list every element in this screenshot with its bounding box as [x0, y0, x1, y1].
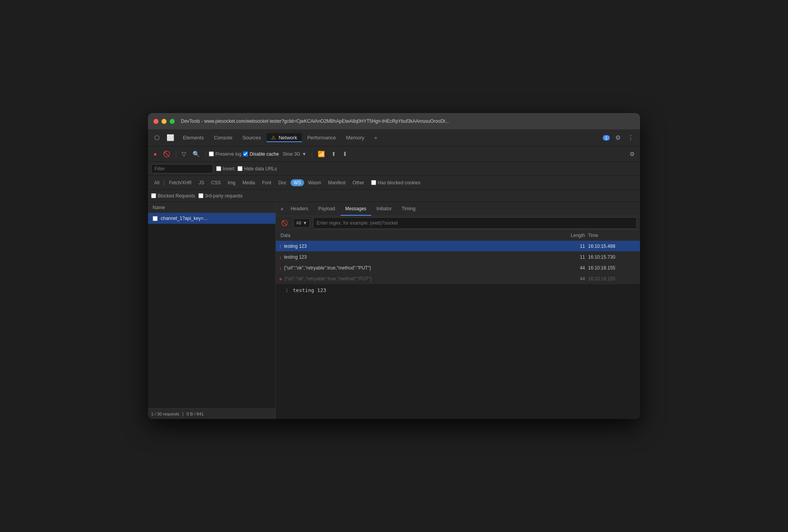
network-conditions-icon[interactable]: 📶	[315, 149, 327, 159]
request-list-footer: 1 / 30 requests | 0 B / 841	[148, 408, 275, 419]
message-length-cell: 44	[556, 265, 587, 271]
direction-down-icon: ↓	[279, 265, 282, 271]
toolbar-separator-3	[312, 150, 312, 158]
message-row[interactable]: ↑ testing 123 11 16:10:15.488	[276, 241, 640, 252]
tab-network[interactable]: ⚠ Network	[267, 133, 302, 142]
download-icon[interactable]: ⬇	[340, 149, 350, 159]
has-blocked-cookies-checkbox[interactable]	[371, 180, 376, 185]
tab-console[interactable]: Console	[209, 133, 237, 142]
disable-cache-label[interactable]: Disable cache	[243, 151, 279, 157]
hide-data-urls-label[interactable]: Hide data URLs	[237, 166, 277, 172]
message-length-cell: 11	[556, 254, 587, 260]
detail-tab-bar: × Headers Payload Messages Initiator Tim…	[276, 202, 640, 216]
request-list-header: Name	[148, 202, 275, 213]
col-length-header: Length	[556, 233, 587, 238]
message-data-cell: ↑ testing 123	[279, 243, 556, 249]
inspect-icon[interactable]: ⬜	[163, 132, 177, 143]
tab-initiator[interactable]: Initiator	[372, 202, 396, 216]
hide-data-urls-checkbox[interactable]	[237, 166, 243, 171]
devtools-settings-icon[interactable]: ⚙	[612, 132, 624, 143]
has-blocked-cookies-label[interactable]: Has blocked cookies	[371, 180, 420, 185]
request-item-checkbox[interactable]	[153, 216, 158, 221]
third-party-requests-checkbox[interactable]	[198, 193, 203, 198]
filter-toggle-button[interactable]: ▽	[179, 149, 189, 159]
upload-icon[interactable]: ⬆	[329, 149, 339, 159]
tab-elements[interactable]: Elements	[178, 133, 208, 142]
request-list-item[interactable]: channel_1?api_key=...	[148, 213, 275, 224]
tab-sources[interactable]: Sources	[238, 133, 266, 142]
resource-type-row: All Fetch/XHR JS CSS Img Media Font Doc …	[148, 176, 640, 190]
type-doc[interactable]: Doc	[275, 179, 289, 186]
preserve-log-label[interactable]: Preserve log	[209, 151, 241, 157]
message-content-line: 1 testing 123	[280, 287, 635, 293]
message-row[interactable]: ● {"url":"ok","retryable":true,"method":…	[276, 273, 640, 284]
message-data-cell: ↓ testing 123	[279, 254, 556, 260]
invert-label[interactable]: Invert	[216, 166, 234, 172]
devtools-more-icon[interactable]: ⋮	[625, 132, 637, 143]
third-party-requests-label[interactable]: 3rd-party requests	[198, 193, 243, 199]
type-all[interactable]: All	[151, 179, 162, 186]
network-toolbar: ● 🚫 ▽ 🔍 Preserve log Disable cache Slow …	[148, 146, 640, 162]
throttle-dropdown[interactable]: Slow 3G ▼	[280, 150, 309, 158]
invert-checkbox[interactable]	[216, 166, 221, 171]
blocked-requests-checkbox[interactable]	[151, 193, 156, 198]
type-other[interactable]: Other	[349, 179, 367, 186]
message-text: testing 123	[293, 287, 326, 293]
close-button[interactable]	[153, 119, 158, 124]
type-manifest[interactable]: Manifest	[325, 179, 349, 186]
message-row[interactable]: ↓ {"url":"ok","retryable":true,"method":…	[276, 263, 640, 273]
message-direction-dropdown[interactable]: All ▼	[293, 218, 310, 228]
toolbar-settings-icon[interactable]: ⚙	[627, 149, 637, 159]
type-js[interactable]: JS	[196, 179, 207, 186]
type-font[interactable]: Font	[259, 179, 274, 186]
tab-messages[interactable]: Messages	[341, 202, 371, 216]
tab-timing[interactable]: Timing	[397, 202, 420, 216]
cursor-icon[interactable]: ⬡	[151, 132, 163, 143]
direction-down-icon: ↓	[279, 254, 282, 260]
blocked-requests-label[interactable]: Blocked Requests	[151, 193, 195, 199]
type-css[interactable]: CSS	[208, 179, 224, 186]
tab-payload[interactable]: Payload	[314, 202, 340, 216]
line-number: 1	[280, 287, 288, 293]
main-area: Name channel_1?api_key=... 1 / 30 reques…	[148, 202, 640, 419]
tab-performance[interactable]: Performance	[303, 133, 341, 142]
message-data-cell: ● {"url":"ok","retryable":true,"method":…	[279, 276, 556, 282]
record-button[interactable]: ●	[151, 149, 159, 158]
toolbar-separator-2	[205, 150, 206, 158]
tab-memory[interactable]: Memory	[341, 133, 369, 142]
message-data-cell: ↓ {"url":"ok","retryable":true,"method":…	[279, 265, 556, 271]
title-bar: DevTools - www.piesocket.com/websocket-t…	[148, 113, 640, 129]
blocked-requests-row: Blocked Requests 3rd-party requests	[148, 190, 640, 202]
type-wasm[interactable]: Wasm	[305, 179, 324, 186]
messages-table: Data Length Time ↑ testing 123 11 16:10:…	[276, 230, 640, 284]
minimize-button[interactable]	[162, 119, 167, 124]
toolbar-separator-1	[176, 150, 176, 158]
tab-more[interactable]: »	[370, 133, 382, 142]
type-img[interactable]: Img	[225, 179, 239, 186]
detail-close-button[interactable]: ×	[279, 204, 285, 214]
type-media[interactable]: Media	[239, 179, 258, 186]
search-button[interactable]: 🔍	[190, 149, 202, 159]
request-list-panel: Name channel_1?api_key=... 1 / 30 reques…	[148, 202, 276, 419]
message-length-cell: 11	[556, 244, 587, 249]
direction-up-icon: ↑	[279, 243, 282, 249]
message-time-cell: 16:10:18.155	[587, 276, 637, 281]
filter-input[interactable]	[151, 164, 213, 173]
type-separator	[164, 180, 164, 186]
tab-headers[interactable]: Headers	[286, 202, 313, 216]
type-ws[interactable]: WS	[291, 179, 304, 186]
disable-cache-checkbox[interactable]	[243, 151, 248, 156]
col-time-header: Time	[587, 233, 637, 238]
message-filter-input-box	[313, 217, 637, 229]
clear-button[interactable]: 🚫	[161, 149, 173, 159]
message-content: 1 testing 123	[276, 284, 640, 419]
message-filter-input[interactable]	[317, 218, 633, 228]
maximize-button[interactable]	[170, 119, 175, 124]
type-fetch-xhr[interactable]: Fetch/XHR	[166, 179, 195, 186]
direction-down-icon: ●	[279, 276, 282, 282]
messages-table-header: Data Length Time	[276, 230, 640, 241]
message-filter-clear-button[interactable]: 🚫	[279, 219, 290, 227]
filter-row: Invert Hide data URLs	[148, 162, 640, 176]
message-row[interactable]: ↓ testing 123 11 16:10:15.730	[276, 252, 640, 263]
preserve-log-checkbox[interactable]	[209, 151, 214, 156]
